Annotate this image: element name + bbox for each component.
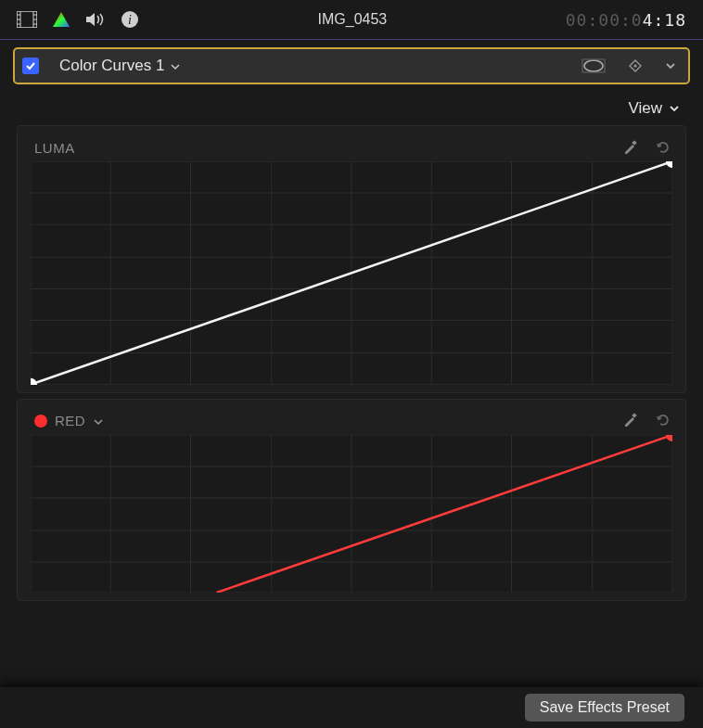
reset-curve-icon[interactable] xyxy=(650,411,674,430)
speaker-icon[interactable] xyxy=(85,11,106,28)
eyedropper-icon[interactable] xyxy=(619,138,643,158)
info-icon[interactable]: i xyxy=(121,10,139,29)
mask-icon[interactable] xyxy=(575,57,612,74)
luma-curve-panel: LUMA xyxy=(17,125,686,393)
toolbar-left-group: i xyxy=(17,10,139,29)
luma-label: LUMA xyxy=(34,140,75,156)
view-menu-label: View xyxy=(628,99,662,118)
svg-rect-14 xyxy=(582,59,605,72)
timecode-dim: 00:00:0 xyxy=(566,10,643,30)
clip-title: IMG_0453 xyxy=(139,11,566,28)
red-swatch[interactable] xyxy=(34,415,47,428)
svg-marker-9 xyxy=(53,12,70,27)
save-effects-preset-button[interactable]: Save Effects Preset xyxy=(525,694,684,722)
chevron-down-icon xyxy=(668,99,681,118)
curves-area: LUMA xyxy=(0,125,703,601)
timecode-bright: 4:18 xyxy=(643,10,686,30)
chevron-down-icon xyxy=(170,57,181,75)
svg-rect-36 xyxy=(632,413,637,418)
luma-graph[interactable] xyxy=(25,161,678,385)
keyframe-icon[interactable] xyxy=(621,57,649,74)
svg-rect-17 xyxy=(632,140,637,146)
red-graph[interactable] xyxy=(25,435,678,593)
effect-enable-checkbox[interactable] xyxy=(22,57,39,74)
footer-bar: Save Effects Preset xyxy=(0,687,703,728)
reset-curve-icon[interactable] xyxy=(650,138,674,158)
view-menu[interactable]: View xyxy=(0,88,703,125)
filmstrip-icon[interactable] xyxy=(17,11,37,28)
timecode-display: 00:00:04:18 xyxy=(566,10,686,30)
red-curve-header: RED xyxy=(25,409,678,433)
luma-curve-header: LUMA xyxy=(25,135,678,160)
eyedropper-icon[interactable] xyxy=(619,411,643,430)
red-curve-panel: RED xyxy=(17,399,686,601)
chevron-down-icon[interactable] xyxy=(93,414,104,428)
svg-text:i: i xyxy=(128,13,132,27)
effect-bar: Color Curves 1 xyxy=(13,47,690,84)
effect-bar-wrap: Color Curves 1 xyxy=(0,40,703,88)
red-label: RED xyxy=(55,413,85,428)
svg-point-13 xyxy=(584,60,603,71)
svg-marker-10 xyxy=(86,13,95,26)
effect-name-label: Color Curves 1 xyxy=(59,57,164,75)
effect-name-dropdown[interactable]: Color Curves 1 xyxy=(59,57,181,75)
svg-point-16 xyxy=(634,65,637,68)
top-toolbar: i IMG_0453 00:00:04:18 xyxy=(0,0,703,39)
effect-menu-chevron-icon[interactable] xyxy=(658,61,683,70)
color-triangle-icon[interactable] xyxy=(52,11,70,28)
